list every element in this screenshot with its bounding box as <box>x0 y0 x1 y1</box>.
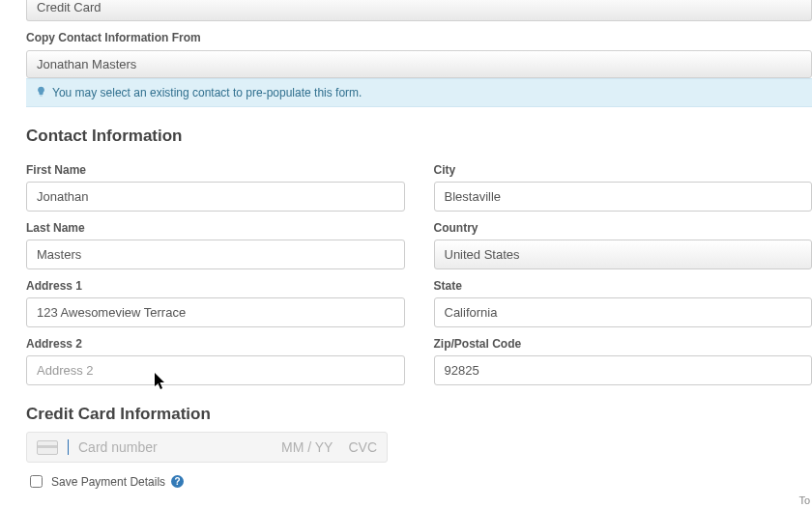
address1-input[interactable] <box>26 297 405 327</box>
contact-section-heading: Contact Information <box>26 127 812 146</box>
country-label: Country <box>434 221 813 235</box>
save-payment-label: Save Payment Details <box>51 475 165 489</box>
city-input[interactable] <box>434 182 813 212</box>
card-expiry-placeholder: MM / YY <box>281 439 333 455</box>
copy-from-value: Jonathan Masters <box>37 57 136 71</box>
payment-type-select[interactable]: Credit Card <box>26 0 812 21</box>
last-name-input[interactable] <box>26 240 405 269</box>
first-name-label: First Name <box>26 163 405 177</box>
zip-input[interactable] <box>434 355 813 385</box>
country-select[interactable]: United States <box>434 240 813 269</box>
save-payment-checkbox[interactable] <box>30 475 43 488</box>
state-label: State <box>434 279 813 293</box>
hint-banner: You may select an existing contact to pr… <box>26 78 812 107</box>
card-number-input[interactable]: Card number MM / YY CVC <box>26 432 388 463</box>
last-name-label: Last Name <box>26 221 405 235</box>
zip-label: Zip/Postal Code <box>434 337 813 351</box>
first-name-input[interactable] <box>26 182 405 212</box>
text-cursor <box>68 439 69 455</box>
address2-input[interactable] <box>26 355 405 385</box>
payment-type-value: Credit Card <box>37 0 101 14</box>
address2-label: Address 2 <box>26 337 405 351</box>
hint-text: You may select an existing contact to pr… <box>52 86 362 99</box>
country-value: United States <box>445 247 520 262</box>
copy-from-label: Copy Contact Information From <box>26 31 812 44</box>
footer-right-text: To <box>798 494 810 506</box>
help-icon[interactable]: ? <box>171 475 184 488</box>
card-cvc-placeholder: CVC <box>348 439 377 455</box>
state-input[interactable] <box>434 297 813 327</box>
lightbulb-icon <box>36 86 46 99</box>
card-number-placeholder: Card number <box>78 439 266 455</box>
city-label: City <box>434 163 813 177</box>
credit-card-icon <box>37 440 58 455</box>
credit-card-section-heading: Credit Card Information <box>26 405 812 424</box>
copy-from-select[interactable]: Jonathan Masters <box>26 50 812 78</box>
address1-label: Address 1 <box>26 279 405 293</box>
